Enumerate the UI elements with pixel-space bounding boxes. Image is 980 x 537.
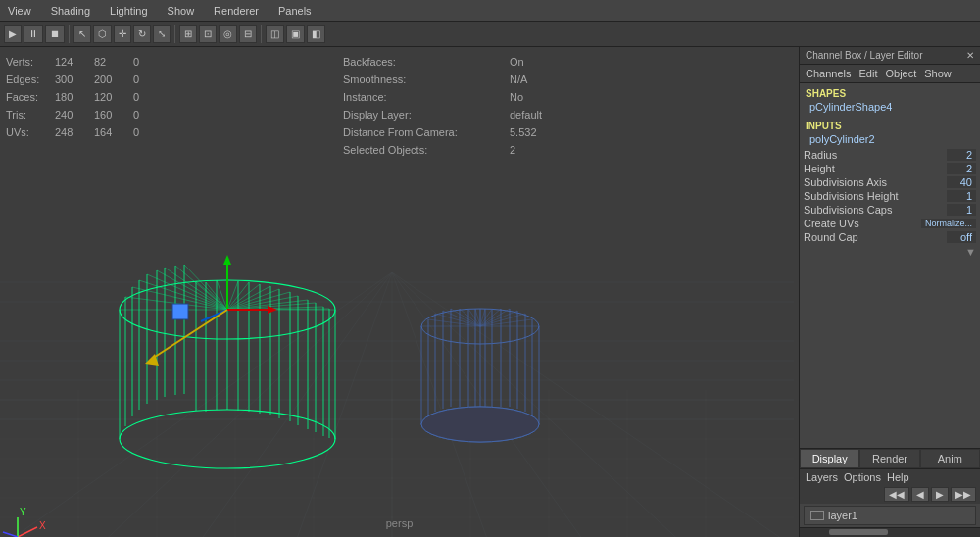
channel-subdiv-height-name: Subdivisions Height — [804, 190, 899, 202]
channel-create-uvs-val[interactable]: Normalize... — [921, 219, 976, 228]
tab-anim[interactable]: Anim — [920, 449, 980, 468]
stat-uvs-val2: 164 — [94, 123, 133, 141]
bottom-layers[interactable]: Layers — [806, 471, 838, 483]
nav-forward[interactable]: ▶ — [931, 487, 949, 502]
channel-radius-val[interactable]: 2 — [947, 149, 976, 161]
stat-faces-val1: 180 — [55, 88, 94, 106]
toolbar-btn-2[interactable]: ⏸ — [24, 25, 43, 43]
stat-tris-val2: 160 — [94, 106, 133, 123]
channel-scrollbar[interactable] — [800, 527, 980, 537]
toolbar-render1[interactable]: ◫ — [266, 25, 284, 43]
channel-subdiv-axis-name: Subdivisions Axis — [804, 176, 887, 188]
toolbar-lasso[interactable]: ⬡ — [93, 25, 112, 43]
ch-menu-show[interactable]: Show — [924, 68, 952, 79]
info-smoothness: Smoothness: N/A — [343, 71, 542, 88]
shape-name[interactable]: pCylinderShape4 — [806, 100, 974, 114]
toolbar-btn-3[interactable]: ⏹ — [45, 25, 65, 43]
channel-subdiv-height[interactable]: Subdivisions Height 1 — [800, 189, 980, 203]
channel-height[interactable]: Height 2 — [800, 162, 980, 175]
toolbar: ▶ ⏸ ⏹ ↖ ⬡ ✛ ↻ ⤡ ⊞ ⊡ ◎ ⊟ ◫ ▣ ◧ — [0, 22, 980, 47]
menu-view[interactable]: View — [4, 3, 35, 19]
channel-subdiv-height-val[interactable]: 1 — [947, 190, 976, 202]
menu-show[interactable]: Show — [164, 3, 199, 19]
menu-renderer[interactable]: Renderer — [210, 3, 263, 19]
channel-header-close[interactable]: ✕ — [966, 50, 974, 61]
toolbar-select[interactable]: ↖ — [74, 25, 91, 43]
channel-create-uvs[interactable]: Create UVs Normalize... — [800, 217, 980, 230]
stat-faces-val2: 120 — [94, 88, 133, 106]
stat-edges-val1: 300 — [55, 71, 94, 88]
toolbar-render3[interactable]: ◧ — [307, 25, 325, 43]
channel-round-cap[interactable]: Round Cap off — [800, 230, 980, 244]
channel-round-cap-name: Round Cap — [804, 231, 858, 243]
layer-item[interactable]: layer1 — [804, 506, 976, 525]
stat-tris-label: Tris: — [6, 106, 55, 123]
stat-uvs-val1: 248 — [55, 123, 94, 141]
channel-subdiv-caps[interactable]: Subdivisions Caps 1 — [800, 203, 980, 217]
channel-height-name: Height — [804, 163, 835, 174]
tab-render[interactable]: Render — [859, 449, 919, 468]
toolbar-render2[interactable]: ▣ — [286, 25, 305, 43]
channel-menu-bar: Channels Edit Object Show — [800, 65, 980, 83]
svg-text:Y: Y — [20, 507, 26, 517]
scrollbar-thumb[interactable] — [829, 529, 888, 535]
viewport-info-right: Backfaces: On Smoothness: N/A Instance: … — [343, 53, 542, 159]
stat-edges-val2: 200 — [94, 71, 133, 88]
channel-round-cap-val[interactable]: off — [947, 231, 976, 243]
toolbar-snap1[interactable]: ⊞ — [179, 25, 197, 43]
channel-subdiv-axis-val[interactable]: 40 — [947, 176, 976, 188]
ch-menu-channels[interactable]: Channels — [806, 68, 851, 79]
toolbar-snap4[interactable]: ⊟ — [239, 25, 257, 43]
channel-header: Channel Box / Layer Editor ✕ — [800, 47, 980, 65]
stat-verts-label: Verts: — [6, 53, 55, 71]
stat-uvs-val3: 0 — [133, 123, 172, 141]
channel-nav: ◀◀ ◀ ▶ ▶▶ — [800, 485, 980, 504]
input-name[interactable]: polyCylinder2 — [806, 132, 974, 146]
bottom-options[interactable]: Options — [844, 471, 881, 483]
info-selected-val: 2 — [510, 141, 515, 159]
main-content: X Y Verts: 124 82 0 Edges: 300 200 — [0, 47, 980, 537]
layer-name: layer1 — [828, 510, 858, 521]
nav-forward-forward[interactable]: ▶▶ — [951, 487, 976, 502]
stat-verts-val2: 82 — [94, 53, 133, 71]
info-instance: Instance: No — [343, 88, 542, 106]
info-displayer: Display Layer: default — [343, 106, 542, 123]
channel-subdiv-axis[interactable]: Subdivisions Axis 40 — [800, 175, 980, 189]
stat-tris: Tris: 240 160 0 — [6, 106, 172, 123]
info-distance-val: 5.532 — [510, 123, 537, 141]
viewport[interactable]: X Y Verts: 124 82 0 Edges: 300 200 — [0, 47, 799, 537]
toolbar-move[interactable]: ✛ — [114, 25, 131, 43]
channel-subdiv-caps-name: Subdivisions Caps — [804, 204, 893, 216]
info-smoothness-val: N/A — [510, 71, 527, 88]
channel-create-uvs-name: Create UVs — [804, 218, 859, 229]
menu-lighting[interactable]: Lighting — [106, 3, 152, 19]
toolbar-rotate[interactable]: ↻ — [133, 25, 151, 43]
svg-text:X: X — [39, 520, 46, 531]
toolbar-snap3[interactable]: ◎ — [219, 25, 237, 43]
nav-back-back[interactable]: ◀◀ — [884, 487, 909, 502]
channel-height-val[interactable]: 2 — [947, 163, 976, 174]
channel-rows: Radius 2 Height 2 Subdivisions Axis 40 S… — [800, 148, 980, 244]
toolbar-sep-2 — [174, 25, 175, 43]
toolbar-snap2[interactable]: ⊡ — [199, 25, 217, 43]
inputs-header: INPUTS — [806, 118, 974, 132]
channel-panel: Channel Box / Layer Editor ✕ Channels Ed… — [799, 47, 980, 537]
nav-back[interactable]: ◀ — [911, 487, 929, 502]
channel-bottom-bar: Layers Options Help — [800, 468, 980, 485]
bottom-help[interactable]: Help — [887, 471, 909, 483]
info-displayer-label: Display Layer: — [343, 106, 510, 123]
channel-radius[interactable]: Radius 2 — [800, 148, 980, 162]
svg-point-131 — [421, 407, 539, 442]
toolbar-scale[interactable]: ⤡ — [153, 25, 171, 43]
stat-faces-label: Faces: — [6, 88, 55, 106]
viewport-label: persp — [386, 517, 414, 529]
channel-subdiv-caps-val[interactable]: 1 — [947, 204, 976, 216]
toolbar-btn-1[interactable]: ▶ — [4, 25, 22, 43]
ch-menu-edit[interactable]: Edit — [858, 68, 877, 79]
viewport-stats: Verts: 124 82 0 Edges: 300 200 0 Faces: … — [6, 53, 172, 141]
menu-shading[interactable]: Shading — [47, 3, 94, 19]
tab-display[interactable]: Display — [800, 449, 859, 468]
ch-menu-object[interactable]: Object — [885, 68, 916, 79]
stat-tris-val3: 0 — [133, 106, 172, 123]
menu-panels[interactable]: Panels — [274, 3, 316, 19]
